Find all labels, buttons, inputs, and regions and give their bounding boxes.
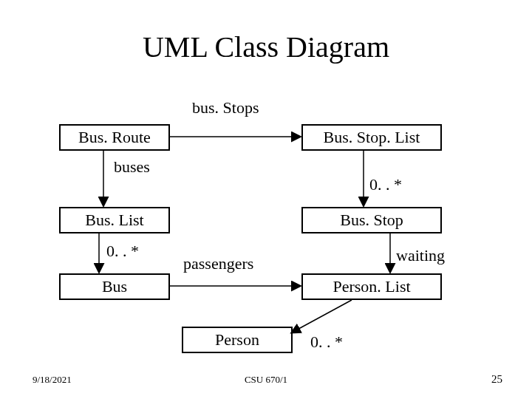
label-passengers: passengers bbox=[183, 254, 253, 273]
label-waiting: waiting bbox=[396, 246, 445, 265]
label-mult-stoplist-stop: 0. . * bbox=[369, 175, 402, 194]
assoc-personlist-person bbox=[292, 300, 352, 332]
class-label: Bus bbox=[102, 277, 127, 296]
label-bus-stops: bus. Stops bbox=[192, 98, 259, 117]
footer-page: 25 bbox=[491, 373, 502, 386]
class-bus-stop-list: Bus. Stop. List bbox=[301, 124, 442, 151]
slide: UML Class Diagram Bus. Route Bus. Stop. … bbox=[0, 0, 532, 399]
class-bus: Bus bbox=[59, 273, 170, 300]
class-label: Bus. Stop bbox=[340, 211, 403, 229]
label-buses: buses bbox=[114, 157, 150, 177]
class-bus-route: Bus. Route bbox=[59, 124, 170, 151]
class-person-list: Person. List bbox=[301, 273, 442, 300]
class-label: Person bbox=[215, 330, 259, 349]
class-label: Bus. Stop. List bbox=[324, 128, 420, 146]
label-mult-buslist-bus: 0. . * bbox=[106, 242, 139, 261]
slide-title: UML Class Diagram bbox=[0, 30, 532, 64]
class-label: Person. List bbox=[332, 277, 410, 296]
class-label: Bus. List bbox=[85, 211, 143, 229]
label-mult-personlist-person: 0. . * bbox=[310, 332, 343, 352]
class-person: Person bbox=[182, 327, 293, 353]
footer-course: CSU 670/1 bbox=[0, 374, 532, 386]
class-bus-list: Bus. List bbox=[59, 207, 170, 233]
class-bus-stop: Bus. Stop bbox=[301, 207, 442, 233]
class-label: Bus. Route bbox=[78, 128, 151, 146]
